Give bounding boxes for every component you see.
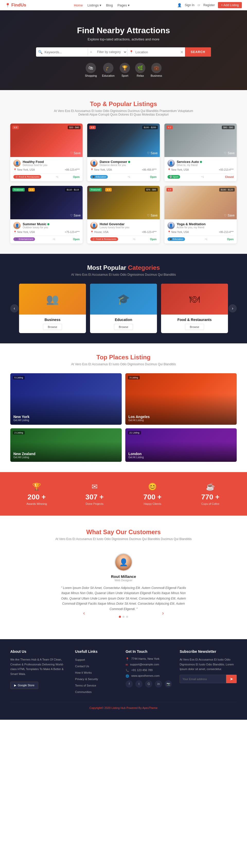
categories-carousel: ‹ 👥 Business Browse 🎓 [10, 284, 237, 333]
nav-user-icon: 👤 [177, 3, 182, 7]
listing-card-1-price: $20 - $40 [68, 126, 81, 129]
cat-card-business-image: 👥 [19, 284, 86, 315]
nav-add-listing[interactable]: + Add Listing [218, 2, 242, 8]
footer-email: ✉ support@example.com [126, 663, 172, 666]
avatar-img: 👤 [90, 222, 97, 229]
hero-cat-label-business: Business [151, 74, 162, 77]
places-grid: 5 Listing New York Get All Listing 3 Lis… [10, 373, 237, 462]
search-location-input[interactable] [135, 48, 179, 57]
cat-arrow-right[interactable]: › [228, 304, 237, 312]
listing-card-6-title: Yoga & Meditation [177, 222, 206, 226]
hero-cat-business[interactable]: 💼 Business [151, 63, 162, 77]
footer-newsletter-input[interactable] [180, 675, 226, 683]
listing-card-4-avatar: 👤 [13, 222, 21, 229]
listing-card-6-price: $100 - $120 [219, 188, 235, 191]
social-googleplus[interactable]: G [145, 680, 152, 687]
cat-browse-education[interactable]: Browse [114, 324, 133, 330]
listing-card-5[interactable]: Featured $75 - $95 ♡ Save 4.3 👤 Hotel Go… [87, 186, 159, 244]
hero-cat-sport[interactable]: 🏆 Sport [120, 63, 130, 77]
listing-card-1[interactable]: 4.8 $20 - $40 ♡ Save 👤 Healthy Food Deli… [10, 124, 83, 181]
listing-card-6-save[interactable]: ♡ Save [224, 214, 235, 217]
nav-blog[interactable]: Blog [106, 3, 113, 7]
stats-section: 🏆 200 + Awards Winning ✉ 307 + Done Proj… [0, 472, 247, 516]
nav-home[interactable]: Home [74, 3, 83, 7]
hero-cat-education[interactable]: 🎓 Education [102, 63, 115, 77]
listing-card-3[interactable]: 4.2 $80 - $90 ♡ Save 👤 Services Auto Dri… [164, 124, 237, 181]
social-instagram[interactable]: 📷 [165, 680, 172, 687]
listing-card-3-title: Services Auto [177, 160, 202, 164]
nav-pages[interactable]: Pages ▾ [117, 3, 129, 7]
testimonial-avatar-img: 👤 [115, 554, 132, 570]
listing-card-4-rating: 4.5 [28, 188, 35, 191]
search-bar: 🔍 ≡ Filter by category 📍 ✕ SEARCH [36, 48, 211, 57]
footer-website: 🌐 www.apexthemes.com [126, 674, 172, 678]
place-card-la[interactable]: 3 Listing Los Angeles Get At Listing [125, 373, 237, 425]
testimonials-header: What Say Our Customers At Vero Eos Et Ac… [10, 528, 237, 541]
online-dot-3 [200, 161, 202, 163]
clients-icon: 😊 [126, 483, 179, 491]
search-button[interactable]: SEARCH [185, 48, 211, 57]
testimonial-content: 👤 Rout Millance Web Designer " Lorem Ips… [10, 548, 237, 626]
cat-card-food[interactable]: 🍽 Food & Restaurants Browse [161, 284, 228, 333]
tag-icon-5: 🍴 [92, 238, 95, 241]
cat-browse-food[interactable]: Browse [185, 324, 204, 330]
places-section: Top Places Listing At Vero Eos Et Accusa… [0, 343, 247, 472]
listing-card-4[interactable]: Featured $110 - $115 ♡ Save 4.5 👤 Summer… [10, 186, 83, 244]
search-keyword-input[interactable] [44, 48, 88, 57]
testimonial-arrow-right[interactable]: › [162, 610, 164, 616]
footer-google-store[interactable]: ▶ Google Store [10, 682, 38, 689]
cat-card-business[interactable]: 👥 Business Browse [19, 284, 86, 333]
place-london-info: London Get At Listing [128, 452, 144, 459]
listing-card-4-save[interactable]: ♡ Save [70, 214, 81, 217]
listing-card-6-body: 👤 Yoga & Meditation Active for you, my f… [164, 219, 237, 244]
listing-card-2-save[interactable]: ♡ Save [147, 151, 158, 155]
testimonial-dot-3[interactable] [126, 616, 128, 618]
listing-card-6[interactable]: 4.6 $100 - $120 ♡ Save 👤 Yoga & Meditati… [164, 186, 237, 244]
search-location-clear[interactable]: ✕ [179, 50, 185, 55]
social-twitter[interactable]: t [135, 680, 143, 687]
coffee-icon: ☕ [184, 483, 237, 491]
footer-newsletter-text: At Vero Eos Et Accusamus Et Iusto Odio D… [180, 657, 237, 672]
listing-card-1-save[interactable]: ♡ Save [70, 151, 81, 155]
place-card-nz[interactable]: 2 Listing New Zealand Get All Listing [10, 428, 122, 462]
listing-card-4-body: 👤 Summer Music Outdoor luxury for you 📍 … [10, 219, 83, 244]
listing-card-6-footer: 🎓 Education +1 Open [167, 236, 234, 241]
tag-icon-1: 🍴 [15, 176, 18, 178]
footer-newsletter-form: ➤ [180, 675, 237, 683]
listing-card-2[interactable]: 4.8 $100 - $200 ♡ Save 👤 Dance Composer … [87, 124, 159, 181]
place-ny-name: New York [13, 415, 30, 419]
nav-listings[interactable]: Listings ▾ [88, 3, 102, 7]
categories-description: At Vero Eos Et Accusamus Et Iusto Odio D… [52, 273, 195, 276]
stat-coffee: ☕ 770 + Cups of Cofee [184, 483, 237, 505]
testimonial-arrow-left[interactable]: ‹ [83, 610, 85, 616]
hero-cat-relax[interactable]: 🌿 Relax [135, 63, 145, 77]
cat-arrow-left[interactable]: ‹ [10, 304, 19, 312]
social-linkedin[interactable]: in [155, 680, 162, 687]
stat-awards-label: Awards Winning [10, 502, 63, 505]
logo[interactable]: 📍 FindUs [5, 3, 26, 8]
places-title: Top Places Listing [10, 354, 237, 361]
cat-browse-business[interactable]: Browse [43, 324, 62, 330]
listing-card-5-rating: 4.3 [105, 188, 112, 191]
place-nz-name: New Zealand [13, 452, 35, 456]
testimonial-dot-2[interactable] [122, 616, 125, 618]
search-category-select[interactable]: Filter by category [94, 48, 127, 57]
stat-projects-number: 307 + [68, 493, 121, 501]
social-facebook[interactable]: f [126, 680, 133, 687]
nav-register[interactable]: Register [203, 3, 215, 7]
listing-card-1-avatar: 👤 [13, 160, 21, 167]
listing-card-5-save[interactable]: ♡ Save [147, 214, 158, 217]
footer-newsletter-button[interactable]: ➤ [226, 675, 237, 683]
testimonials-title: What Say Our Customers [10, 528, 237, 536]
listing-card-3-badge: 4.2 [166, 126, 173, 129]
nav-signin[interactable]: Sign In [185, 3, 194, 7]
footer-links: Usefull Links Support Contact Us How it … [75, 649, 118, 696]
listing-card-3-title-group: Services Auto Drive to, my friend [177, 160, 202, 166]
listing-card-3-save[interactable]: ♡ Save [224, 151, 235, 155]
stat-clients: 😊 700 + Happy Clients [126, 483, 179, 505]
place-card-london[interactable]: 21 Listing London Get At Listing [125, 428, 237, 462]
place-card-ny[interactable]: 5 Listing New York Get All Listing [10, 373, 122, 425]
cat-card-education[interactable]: 🎓 Education Browse [90, 284, 157, 333]
hero-cat-shopping[interactable]: 🛍 Shopping [85, 63, 97, 77]
testimonial-dot-1[interactable] [119, 616, 121, 618]
